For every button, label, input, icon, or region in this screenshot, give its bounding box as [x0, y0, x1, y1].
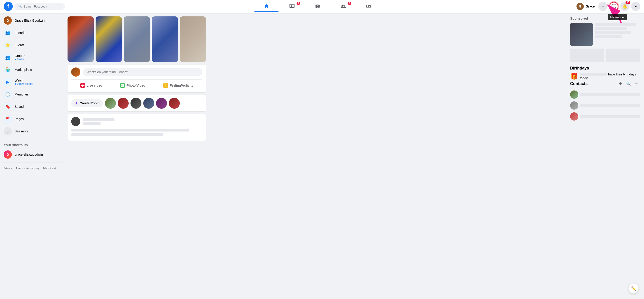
sidebar-item-friends[interactable]: 👥 Friends — [2, 27, 62, 39]
live-video-icon: ●▶ — [80, 83, 85, 88]
live-video-label: Live video — [87, 84, 102, 87]
sidebar-item-saved[interactable]: 🔖 Saved — [2, 101, 62, 113]
facebook-logo[interactable]: f — [4, 2, 13, 11]
shortcut-avatar: G — [4, 150, 12, 159]
birthday-text: have their birthdays today. — [580, 72, 640, 80]
nav-marketplace-button[interactable] — [305, 1, 330, 12]
sidebar-item-seemore[interactable]: ⌄ See more — [2, 125, 62, 137]
more-contacts-button[interactable]: ··· — [633, 80, 640, 87]
create-room-label: Create Room — [80, 101, 100, 105]
post-content-blurred-2 — [71, 133, 163, 136]
contact-name-blurred-2 — [580, 104, 640, 107]
stories-row — [68, 16, 206, 62]
account-dropdown-button[interactable]: ▾ — [631, 2, 640, 11]
footer-terms[interactable]: Terms — [16, 167, 22, 170]
messenger-icon: 💬 — [612, 4, 616, 9]
contacts-actions: ✚ 🔍 ··· — [616, 80, 640, 87]
right-sidebar: Sponsored Birthdays 🎁 have their birthda… — [566, 13, 644, 299]
nav-center: 9 9 — [68, 1, 567, 12]
marketplace-icon: 🏪 — [4, 66, 12, 74]
user-name: Grace — [586, 4, 595, 8]
search-contact-button[interactable]: 🔍 — [625, 80, 632, 87]
user-profile-chip[interactable]: G Grace — [575, 2, 596, 11]
sponsored-extra — [570, 48, 640, 62]
sponsored-image — [570, 23, 593, 46]
nav-home-button[interactable] — [254, 1, 279, 12]
messenger-tooltip: Messenger — [608, 14, 627, 20]
messenger-button[interactable]: 💬 — [609, 2, 618, 11]
contacts-section: Contacts ✚ 🔍 ··· — [570, 80, 640, 87]
contact-avatar-1 — [570, 90, 578, 99]
feeling-icon: 😊 — [163, 83, 168, 88]
footer-adchoices[interactable]: Ad choices ▷ — [43, 167, 58, 170]
contact-item-3[interactable] — [570, 111, 640, 122]
birthday-row: 🎁 have their birthdays today. — [570, 72, 640, 80]
new-contact-button[interactable]: ✚ — [616, 80, 624, 87]
sidebar-item-events[interactable]: ⭐ Events — [2, 39, 62, 51]
tooltip-text: Messenger — [610, 15, 625, 19]
edit-compose-button[interactable]: ✏️ — [628, 284, 638, 294]
search-bar[interactable]: 🔍 Search Facebook — [14, 3, 65, 10]
search-placeholder: Search Facebook — [24, 5, 47, 8]
story-card-3[interactable] — [124, 16, 150, 62]
post-input[interactable] — [83, 68, 202, 76]
footer-advertising[interactable]: Advertising — [26, 167, 39, 170]
story-card-2[interactable] — [96, 16, 122, 62]
watch-sub: ● 9 new videos — [14, 82, 33, 85]
events-icon: ⭐ — [4, 41, 12, 49]
photo-video-button[interactable]: 🖼 Photo/Video — [116, 81, 149, 90]
sidebar-item-memories[interactable]: 🕐 Memories — [2, 88, 62, 100]
top-navigation: f 🔍 Search Facebook 9 9 G — [0, 0, 644, 13]
left-sidebar: G Grace Eliza Goodwin 👥 Friends ⭐ Events… — [0, 13, 64, 299]
sponsored-blurred-4 — [595, 35, 622, 38]
nav-watch-button[interactable]: 9 — [279, 1, 305, 12]
shortcut-name: grace.eliza.goodwin — [14, 153, 43, 156]
watch-badge: 9 — [296, 2, 300, 5]
pages-label: Pages — [14, 117, 24, 121]
add-button[interactable]: + — [598, 2, 608, 11]
photo-video-label: Photo/Video — [126, 84, 145, 87]
contact-avatar-3 — [570, 112, 578, 121]
create-room-button[interactable]: ✦ Create Room — [71, 99, 103, 107]
story-card-4[interactable] — [152, 16, 178, 62]
room-avatar-6 — [169, 98, 180, 109]
sidebar-item-pages[interactable]: 🚩 Pages — [2, 113, 62, 125]
contact-item-1[interactable] — [570, 89, 640, 100]
post-card-info — [82, 118, 202, 125]
friends-icon: 👥 — [4, 29, 12, 37]
footer-dot-4: · — [4, 171, 4, 174]
watch-icon: ▶ — [4, 78, 12, 86]
sidebar-item-marketplace[interactable]: 🏪 Marketplace — [2, 64, 62, 76]
room-avatar-1 — [105, 98, 116, 109]
room-icon: ✦ — [75, 101, 78, 105]
nav-right: G Grace + 💬 🔔 15 ▾ — [567, 2, 640, 11]
live-video-button[interactable]: ●▶ Live video — [77, 81, 106, 90]
footer-privacy[interactable]: Privacy — [4, 167, 12, 170]
feed-area: ●▶ Live video 🖼 Photo/Video 😊 Feeling/Ac… — [64, 13, 210, 299]
birthday-name-blurred — [580, 73, 607, 76]
sidebar-shortcut-user[interactable]: G grace.eliza.goodwin — [2, 149, 62, 160]
saved-label: Saved — [14, 105, 24, 108]
story-card-1[interactable] — [68, 16, 94, 62]
nav-groups-button[interactable]: 9 — [330, 1, 356, 12]
post-actions: ●▶ Live video 🖼 Photo/Video 😊 Feeling/Ac… — [71, 81, 202, 90]
room-row: ✦ Create Room — [68, 95, 206, 111]
sidebar-item-profile[interactable]: G Grace Eliza Goodwin — [2, 14, 62, 26]
sidebar-item-groups[interactable]: 👥 Groups ● 9 new — [2, 51, 62, 63]
birthday-icon: 🎁 — [570, 72, 578, 80]
story-card-5[interactable] — [180, 16, 206, 62]
post-card-1 — [68, 114, 206, 141]
memories-icon: 🕐 — [4, 90, 12, 98]
post-card-avatar — [71, 117, 80, 126]
footer-dot-1: · — [14, 167, 14, 170]
feeling-button[interactable]: 😊 Feeling/Activity — [160, 81, 197, 90]
post-box: ●▶ Live video 🖼 Photo/Video 😊 Feeling/Ac… — [68, 65, 206, 92]
notifications-button[interactable]: 🔔 15 — [620, 2, 630, 11]
contact-item-2[interactable] — [570, 100, 640, 111]
sidebar-item-watch[interactable]: ▶ Watch ● 9 new videos — [2, 76, 62, 88]
post-card-header — [68, 114, 206, 129]
seemore-label: See more — [14, 129, 28, 133]
nav-gaming-button[interactable] — [356, 1, 382, 12]
post-author-blurred — [82, 118, 114, 121]
sponsored-extra-2 — [606, 48, 640, 62]
